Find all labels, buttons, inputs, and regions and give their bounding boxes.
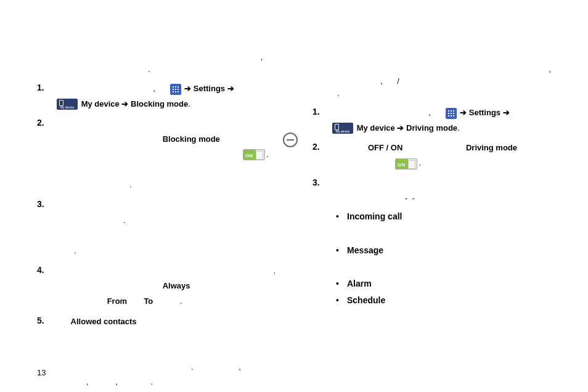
step2-note: The Blocking mode icon displays in the S…: [55, 162, 276, 192]
step-1-right: From the Home screen, tap, ➔ Settings ➔ …: [331, 105, 551, 136]
step-3-right: Select the desired features to enable re…: [331, 176, 551, 307]
right-column: Driving Mode This feature allows the dev…: [306, 31, 551, 392]
my-device-icon: My device: [332, 123, 353, 134]
step-5-left: Tap Allowed contacts to assign those con…: [55, 314, 276, 392]
step-1-left: From the Home screen, tap, ➔ Settings ➔ …: [55, 81, 276, 112]
minus-circle-icon: [283, 133, 298, 147]
section-title-driving-mode: Driving Mode: [312, 31, 551, 47]
apps-icon: [170, 84, 181, 95]
step-3-left: Configure blocking options by tapping ea…: [55, 198, 276, 259]
step-2-right: Touch the OFF / ON slider next to Drivin…: [331, 141, 551, 171]
manual-page: Blocking Mode When enabled, notification…: [0, 0, 588, 392]
section-title-blocking-mode: Blocking Mode: [37, 31, 276, 47]
option-incoming-call: Incoming call reads out caller informati…: [347, 210, 551, 235]
two-column-layout: Blocking Mode When enabled, notification…: [37, 31, 551, 392]
steps-left: From the Home screen, tap, ➔ Settings ➔ …: [37, 81, 276, 392]
toggle-on-icon: [395, 158, 417, 169]
driving-mode-options: Incoming call reads out caller informati…: [331, 210, 551, 307]
steps-right: From the Home screen, tap, ➔ Settings ➔ …: [312, 105, 551, 307]
intro-text-left: When enabled, notifications for selected…: [37, 51, 276, 75]
intro-text-right: This feature allows the device to read n…: [312, 51, 551, 99]
my-device-icon: My device: [57, 99, 78, 110]
option-alarm: Alarm reads out alarm information.: [347, 277, 551, 290]
step-2-left: In a single motion touch and slide the B…: [55, 116, 276, 192]
apps-icon: [446, 108, 457, 119]
page-number: 13: [37, 368, 46, 377]
option-schedule: Schedule reads out scheduled alarm infor…: [347, 294, 551, 307]
option-message: Message reads out sender information.: [347, 244, 551, 269]
step-4-left: Configure a timeframe for these features…: [55, 264, 276, 309]
left-column: Blocking Mode When enabled, notification…: [37, 31, 282, 392]
toggle-on-icon: [243, 149, 265, 160]
